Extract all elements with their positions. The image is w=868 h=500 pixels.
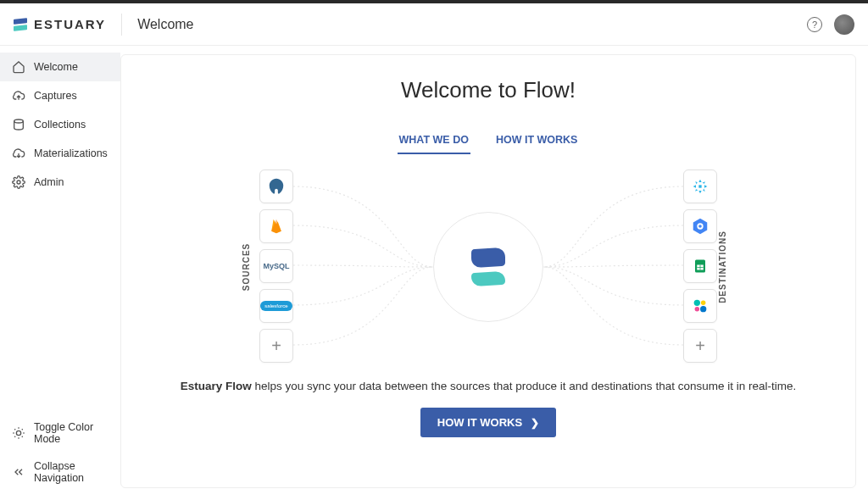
hero-description: Estuary Flow helps you sync your data be… [181,380,796,392]
source-firebase-icon [259,209,293,243]
sidebar-item-label: Collapse Navigation [34,460,108,484]
description-bold: Estuary Flow [181,380,252,392]
avatar[interactable] [834,14,854,35]
chevron-double-left-icon [12,465,25,479]
tab-how-it-works[interactable]: HOW IT WORKS [494,127,580,154]
sidebar-item-label: Captures [34,90,77,102]
svg-point-2 [16,431,20,435]
destination-sheets-icon [683,249,717,283]
sidebar: Welcome Captures Collections Materializa… [0,46,120,500]
destinations-label: DESTINATIONS [719,231,728,303]
source-add-button[interactable]: + [259,329,293,363]
description-rest: helps you sync your data between the sou… [252,380,796,392]
plus-icon: + [695,336,705,356]
main-content: Welcome to Flow! WHAT WE DO HOW IT WORKS… [120,46,868,500]
app-header: ESTUARY Welcome ? [0,3,868,46]
destination-bigquery-icon [683,209,717,243]
estuary-flow-logo-icon [466,245,510,289]
sidebar-item-collections[interactable]: Collections [0,110,120,139]
cloud-upload-icon [12,89,25,103]
svg-point-1 [17,181,20,184]
source-salesforce-icon: salesforce [259,289,293,323]
gear-icon [12,175,25,189]
database-icon [12,118,25,131]
svg-point-11 [701,301,706,306]
brand-logo[interactable]: ESTUARY [14,17,106,32]
sidebar-collapse-navigation[interactable]: Collapse Navigation [0,453,120,492]
sidebar-item-label: Admin [34,176,64,188]
welcome-card: Welcome to Flow! WHAT WE DO HOW IT WORKS… [120,54,856,488]
sidebar-toggle-color-mode[interactable]: Toggle Color Mode [0,414,120,453]
destination-elastic-icon [683,289,717,323]
sidebar-item-label: Toggle Color Mode [34,421,108,445]
hero-title: Welcome to Flow! [401,77,576,103]
how-it-works-button[interactable]: HOW IT WORKS ❯ [420,408,556,437]
sidebar-item-label: Welcome [34,61,78,73]
destination-snowflake-icon [683,169,717,203]
svg-point-5 [698,225,702,228]
source-connectors: MySQL salesforce + [259,169,293,363]
home-icon [12,60,25,74]
hero-tabs: WHAT WE DO HOW IT WORKS [398,127,580,154]
header-divider [121,14,122,36]
sidebar-item-captures[interactable]: Captures [0,81,120,110]
sidebar-item-label: Collections [34,119,86,131]
help-icon[interactable]: ? [807,17,822,32]
svg-point-12 [695,307,700,312]
plus-icon: + [271,336,281,356]
sun-icon [12,426,25,440]
flow-center [433,212,543,322]
destination-connectors: + [683,169,717,363]
svg-point-0 [14,119,24,123]
brand-name: ESTUARY [34,17,106,31]
svg-rect-3 [698,185,701,187]
sidebar-item-materializations[interactable]: Materializations [0,139,120,168]
svg-point-10 [694,300,700,306]
sources-label: SOURCES [242,243,251,291]
sidebar-item-label: Materializations [34,147,108,159]
chevron-right-icon: ❯ [531,417,539,429]
sidebar-item-welcome[interactable]: Welcome [0,53,120,81]
estuary-logo-icon [14,17,29,32]
svg-point-13 [700,306,706,312]
page-title: Welcome [137,17,193,32]
destination-add-button[interactable]: + [683,329,717,363]
source-mysql-icon: MySQL [259,249,293,283]
cta-label: HOW IT WORKS [437,416,522,429]
tab-what-we-do[interactable]: WHAT WE DO [398,127,470,154]
source-postgres-icon [259,169,293,203]
sidebar-item-admin[interactable]: Admin [0,168,120,197]
cloud-download-icon [12,147,25,160]
flow-diagram: SOURCES DESTINATIONS [251,169,726,364]
